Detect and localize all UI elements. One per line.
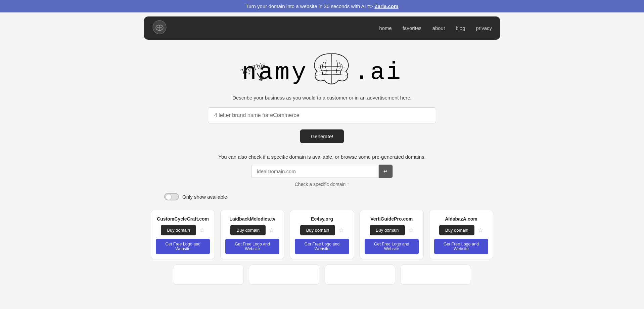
buy-domain-button-4[interactable]: Buy domain [439, 225, 474, 235]
domain-card-partial-2 [249, 265, 319, 285]
main-input-section [151, 107, 493, 123]
generate-button[interactable]: Generate! [300, 129, 344, 143]
card-actions-2: Buy domain ☆ [300, 225, 344, 235]
domain-name-3: VertiGuidePro.com [370, 216, 413, 222]
card-actions-0: Buy domain ☆ [161, 225, 205, 235]
domain-check-hint: Check a specific domain ↑ [151, 182, 493, 187]
domain-cards-row-2 [151, 265, 493, 285]
favorite-star-3[interactable]: ☆ [408, 227, 414, 234]
domain-check-description: You can also check if a specific domain … [151, 154, 493, 160]
domain-card-partial-3 [325, 265, 395, 285]
domain-card-partial-1 [173, 265, 243, 285]
nav-blog[interactable]: blog [456, 25, 465, 31]
get-logo-button-2[interactable]: Get Free Logo and Website [295, 239, 349, 254]
favorite-star-1[interactable]: ☆ [269, 227, 274, 234]
banner-text: Turn your domain into a website in 30 se… [246, 3, 375, 9]
card-actions-1: Buy domain ☆ [230, 225, 274, 235]
get-logo-button-0[interactable]: Get Free Logo and Website [156, 239, 210, 254]
card-actions-3: Buy domain ☆ [370, 225, 414, 235]
domain-card-2: Ec4sy.org Buy domain ☆ Get Free Logo and… [290, 210, 354, 259]
banner-link[interactable]: Zarla.com [374, 3, 398, 9]
get-logo-button-3[interactable]: Get Free Logo and Website [365, 239, 419, 254]
domain-card-1: LaidbackMelodies.tv Buy domain ☆ Get Fre… [220, 210, 284, 259]
nav-privacy[interactable]: privacy [476, 25, 492, 31]
navbar: home favorites about blog privacy [144, 16, 500, 40]
domain-card-3: VertiGuidePro.com Buy domain ☆ Get Free … [360, 210, 424, 259]
top-banner: Turn your domain into a website in 30 se… [0, 0, 644, 12]
hero-section: Try This ↙ namy [151, 50, 493, 101]
only-available-toggle[interactable] [164, 193, 179, 200]
domain-cards-row: CustomCycleCraft.com Buy domain ☆ Get Fr… [151, 210, 493, 259]
buy-domain-button-0[interactable]: Buy domain [161, 225, 196, 235]
nav-links: home favorites about blog privacy [379, 25, 492, 31]
card-actions-4: Buy domain ☆ [439, 225, 483, 235]
domain-name-0: CustomCycleCraft.com [157, 216, 209, 222]
buy-domain-button-1[interactable]: Buy domain [230, 225, 266, 235]
get-logo-button-4[interactable]: Get Free Logo and Website [434, 239, 488, 254]
toggle-label: Only show available [182, 194, 227, 200]
domain-check-input-wrap: ↵ [151, 164, 493, 178]
nav-logo[interactable] [152, 20, 167, 36]
buy-domain-button-3[interactable]: Buy domain [370, 225, 405, 235]
domain-name-4: AIdabazA.com [445, 216, 477, 222]
nav-home[interactable]: home [379, 25, 392, 31]
buy-domain-button-2[interactable]: Buy domain [300, 225, 335, 235]
generate-section: Generate! [151, 129, 493, 143]
favorite-star-4[interactable]: ☆ [478, 227, 483, 234]
domain-card-partial-4 [401, 265, 471, 285]
domain-name-2: Ec4sy.org [311, 216, 333, 222]
domain-check-input[interactable] [251, 165, 379, 178]
business-description-input[interactable] [208, 107, 436, 123]
get-logo-button-1[interactable]: Get Free Logo and Website [225, 239, 279, 254]
logo-text-right: .ai [355, 59, 402, 86]
brain-icon [310, 50, 353, 95]
try-this-annotation: Try This ↙ [240, 62, 268, 85]
main-content: Try This ↙ namy [144, 44, 500, 304]
domain-name-1: LaidbackMelodies.tv [229, 216, 275, 222]
domain-check-section: You can also check if a specific domain … [151, 154, 493, 187]
favorite-star-0[interactable]: ☆ [199, 227, 205, 234]
domain-check-submit[interactable]: ↵ [379, 164, 393, 178]
nav-favorites[interactable]: favorites [403, 25, 422, 31]
nav-about[interactable]: about [432, 25, 445, 31]
toggle-section: Only show available [164, 193, 493, 200]
hero-description: Describe your business as you would to a… [151, 95, 493, 101]
favorite-star-2[interactable]: ☆ [338, 227, 344, 234]
domain-card-4: AIdabazA.com Buy domain ☆ Get Free Logo … [429, 210, 493, 259]
domain-card-0: CustomCycleCraft.com Buy domain ☆ Get Fr… [151, 210, 215, 259]
site-logo-title: namy [151, 50, 493, 95]
